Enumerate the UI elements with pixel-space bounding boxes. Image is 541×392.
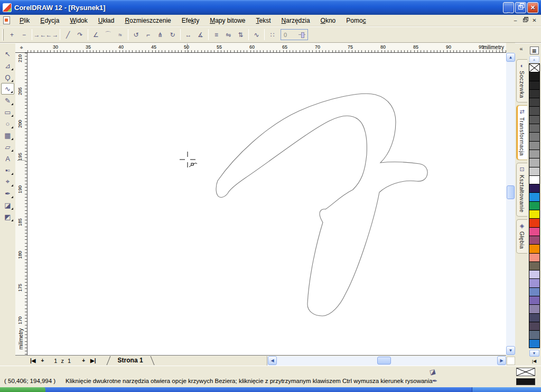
restore-button[interactable] (515, 2, 526, 13)
horizontal-scrollbar-thumb[interactable] (377, 357, 391, 365)
scroll-up-button[interactable]: ▲ (506, 53, 515, 62)
close-button[interactable]: ✕ (527, 2, 538, 13)
extend-curve-button[interactable]: ⌐ (142, 29, 154, 41)
start-button-edge[interactable] (0, 387, 45, 392)
vertical-scrollbar[interactable]: ▲ ▼ (506, 53, 515, 355)
docker-tab-soczewka[interactable]: ◐Soczewka (516, 59, 527, 102)
mdi-restore-button[interactable] (520, 16, 529, 24)
add-page-after-button[interactable]: + (79, 358, 88, 363)
menu-item-widok[interactable]: Widok (64, 16, 92, 25)
join-nodes-button[interactable]: →← (34, 29, 46, 41)
drawn-curve[interactable] (216, 94, 427, 316)
color-swatch-27[interactable] (529, 296, 540, 305)
color-swatch-16[interactable] (529, 201, 540, 210)
elastic-mode-button[interactable]: ∿ (250, 29, 263, 41)
color-swatch-21[interactable] (529, 244, 540, 253)
auto-close-curve-button[interactable]: ↻ (166, 29, 179, 41)
docker-tab-transformacja[interactable]: ⇄Transformacja (516, 105, 527, 160)
page-tab-strona-1[interactable]: Strona 1 (106, 356, 155, 365)
color-swatch-7[interactable] (529, 124, 540, 133)
color-swatch-2[interactable] (529, 81, 540, 90)
ruler-origin[interactable]: ⌖ (15, 43, 27, 53)
smooth-node-button[interactable]: ⌒ (102, 29, 114, 41)
interactive-fill-tool[interactable]: ◩ (1, 211, 14, 222)
mdi-minimize-button[interactable]: – (511, 16, 520, 24)
smart-drawing-tool[interactable]: ✎ (1, 95, 14, 106)
menu-item-układ[interactable]: Układ (93, 16, 120, 25)
menu-item-edycja[interactable]: Edycja (35, 16, 64, 25)
color-swatch-24[interactable] (529, 270, 540, 279)
color-swatch-26[interactable] (529, 287, 540, 296)
color-swatch-17[interactable] (529, 210, 540, 219)
mdi-close-button[interactable]: ✕ (530, 16, 539, 24)
document-icon[interactable] (3, 16, 10, 24)
color-swatch-4[interactable] (529, 98, 540, 107)
scroll-left-button[interactable]: ◀ (268, 356, 277, 365)
color-swatch-15[interactable] (529, 192, 540, 201)
outline-pen-tool[interactable]: ✒ (1, 188, 14, 199)
select-all-nodes-button[interactable]: ∷ (266, 29, 278, 41)
palette-menu-icon[interactable]: ▦ (530, 46, 539, 54)
first-page-button[interactable]: |◀ (27, 358, 39, 363)
color-swatch-18[interactable] (529, 218, 540, 227)
palette-scroll-up-button[interactable]: ▲ (529, 56, 539, 63)
rectangle-tool[interactable]: ▭ (1, 106, 14, 118)
palette-scroll-down-button[interactable]: ▼ (529, 350, 539, 357)
color-swatch-19[interactable] (529, 227, 540, 236)
extract-subpath-button[interactable]: ⋔ (154, 29, 166, 41)
pick-tool[interactable]: ↖ (1, 48, 14, 60)
menu-item-pomoc[interactable]: Pomoc (341, 16, 371, 25)
docker-collapse-button[interactable]: « (517, 45, 526, 53)
eyedropper-tool[interactable]: ⌖ (1, 176, 14, 188)
menu-item-narzędzia[interactable]: Narzędzia (276, 16, 315, 25)
ellipse-tool[interactable]: ○ (1, 118, 14, 129)
vertical-ruler[interactable]: milimetry 210205200195190185180175170 (15, 53, 27, 355)
color-swatch-1[interactable] (529, 72, 540, 81)
color-swatch-31[interactable] (529, 330, 540, 339)
rotate-skew-nodes-button[interactable]: ∡ (194, 29, 207, 41)
align-nodes-button[interactable]: ≡ (210, 29, 222, 41)
color-swatch-3[interactable] (529, 89, 540, 98)
minimize-button[interactable]: _ (503, 2, 514, 13)
toolbar-grip[interactable] (2, 29, 4, 41)
scroll-right-button[interactable]: ▶ (497, 356, 506, 365)
color-swatch-30[interactable] (529, 322, 540, 331)
scroll-down-button[interactable]: ▼ (506, 346, 515, 355)
interactive-blend-tool[interactable]: ▪▫ (1, 164, 14, 176)
color-swatch-6[interactable] (529, 115, 540, 124)
fill-tool[interactable]: ◪ (1, 199, 14, 211)
color-swatch-12[interactable] (529, 167, 540, 176)
delete-node-button[interactable]: − (18, 29, 30, 41)
drawing-canvas[interactable] (27, 53, 506, 355)
symmetrical-node-button[interactable]: ≈ (114, 29, 126, 41)
graph-paper-tool[interactable]: ▦ (1, 129, 14, 141)
horizontal-scrollbar[interactable]: ◀ ▶ (267, 356, 506, 366)
color-swatch-20[interactable] (529, 236, 540, 245)
cusp-node-button[interactable]: ∠ (90, 29, 102, 41)
horizontal-ruler[interactable]: milimetry 3035404550556065707580859095 (27, 43, 506, 53)
menu-item-okno[interactable]: Okno (315, 16, 341, 25)
reflect-nodes-v-button[interactable]: ⇅ (235, 29, 247, 41)
palette-expand-button[interactable]: |◀ (532, 357, 536, 365)
menu-item-rozmieszczenie[interactable]: Rozmieszczenie (119, 16, 176, 25)
stretch-nodes-button[interactable]: ↔ (182, 29, 194, 41)
color-swatch-22[interactable] (529, 253, 540, 262)
color-swatch-5[interactable] (529, 106, 540, 115)
convert-to-line-button[interactable]: ╱ (62, 29, 74, 41)
add-page-before-button[interactable]: + (39, 358, 47, 363)
color-swatch-23[interactable] (529, 262, 540, 270)
docker-tab-kształtowanie[interactable]: ⊡Kształtowanie (516, 163, 527, 217)
text-tool[interactable]: A (1, 153, 14, 164)
menu-item-mapy-bitowe[interactable]: Mapy bitowe (204, 16, 250, 25)
add-node-button[interactable]: + (6, 29, 18, 41)
color-swatch-29[interactable] (529, 313, 540, 322)
color-swatch-10[interactable] (529, 150, 540, 158)
color-swatch-28[interactable] (529, 304, 540, 313)
color-swatch-9[interactable] (529, 141, 540, 150)
color-swatch-11[interactable] (529, 158, 540, 167)
bezier-curve-tool[interactable]: ∿ (1, 83, 14, 95)
color-swatch-32[interactable] (529, 339, 540, 348)
color-swatch-14[interactable] (529, 184, 540, 193)
no-fill-swatch[interactable] (529, 63, 540, 72)
menu-item-tekst[interactable]: Tekst (251, 16, 276, 25)
